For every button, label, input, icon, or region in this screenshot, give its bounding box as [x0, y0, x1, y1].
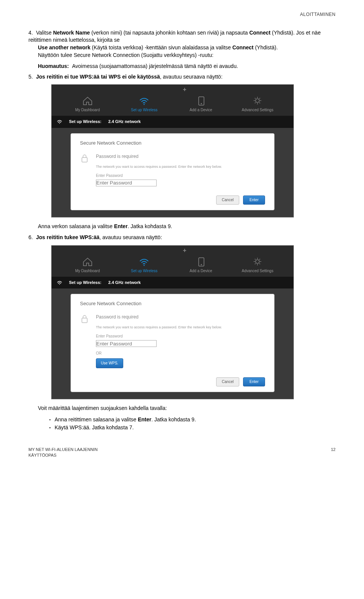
home-icon	[82, 96, 93, 106]
note-box: Huomautus: Avoimessa (suojaamattomassa) …	[28, 63, 336, 70]
svg-point-17	[256, 260, 259, 263]
screenshot-no-wps: + My Dashboard Set up Wireless Add a Dev…	[51, 84, 294, 217]
secure-panel: Secure Network Connection Password is re…	[71, 133, 275, 210]
home-icon	[82, 257, 93, 266]
svg-point-16	[201, 264, 202, 265]
tab-bar: + My Dashboard Set up Wireless Add a Dev…	[52, 246, 293, 277]
svg-rect-27	[82, 318, 87, 323]
svg-line-23	[259, 263, 260, 264]
svg-point-12	[59, 123, 60, 124]
pw-required-label: Password is required	[96, 314, 138, 320]
tab-advanced[interactable]: Advanced Settings	[235, 257, 280, 274]
note-text: Avoimessa (suojaamattomassa) järjestelmä…	[72, 63, 336, 70]
after-step-6-lead: Voit määrittää laajentimen suojauksen ka…	[28, 405, 336, 412]
svg-line-10	[259, 98, 260, 99]
svg-point-3	[256, 99, 259, 102]
tab-advanced[interactable]: Advanced Settings	[235, 96, 280, 113]
note-label: Huomautus:	[38, 63, 72, 70]
password-input[interactable]	[96, 340, 157, 347]
lock-icon	[80, 153, 91, 163]
panel-title: Secure Network Connection	[80, 300, 265, 307]
sub-network: 2.4 GHz network	[108, 280, 141, 285]
tab-dashboard[interactable]: My Dashboard	[65, 257, 110, 274]
device-icon	[196, 257, 206, 266]
step-num-6: 6.	[28, 234, 36, 241]
svg-point-14	[144, 265, 145, 266]
svg-line-25	[255, 263, 256, 264]
panel-zone: Secure Network Connection Password is re…	[52, 288, 293, 399]
page-number: 12	[331, 447, 336, 459]
gear-icon	[252, 257, 263, 266]
svg-point-26	[59, 284, 60, 285]
after-step-5: Anna verkon salasana ja valitse Enter. J…	[28, 223, 336, 230]
cancel-button[interactable]: Cancel	[216, 195, 239, 205]
section-header: ALOITTAMINEN	[28, 11, 336, 18]
device-icon	[196, 96, 206, 106]
gear-icon	[252, 96, 263, 106]
list-item: Käytä WPS:ää. Jatka kohdasta 7.	[49, 424, 336, 432]
enter-button[interactable]: Enter	[243, 377, 265, 386]
svg-line-11	[255, 102, 256, 103]
step-6: 6.Jos reititin tukee WPS:ää, avautuu seu…	[28, 234, 336, 241]
sub-header: Set up Wireless: 2.4 GHz network	[52, 116, 293, 128]
enter-button[interactable]: Enter	[243, 195, 265, 205]
page-footer: MY NET WI-FI-ALUEEN LAAJENNIN KÄYTTÖOPAS…	[28, 447, 336, 459]
svg-line-9	[259, 102, 260, 103]
wifi-small-icon	[57, 281, 62, 285]
pw-placeholder-label: Enter Password	[96, 334, 265, 339]
cancel-button[interactable]: Cancel	[216, 377, 239, 386]
footer-title: MY NET WI-FI-ALUEEN LAAJENNIN	[28, 447, 97, 452]
tab-wireless[interactable]: Set up Wireless	[121, 96, 167, 113]
tab-add-device[interactable]: Add a Device	[178, 257, 224, 274]
pw-desc: The network you want to access requires …	[96, 165, 265, 169]
tab-dashboard[interactable]: My Dashboard	[65, 96, 110, 113]
svg-rect-13	[82, 158, 87, 162]
svg-line-22	[255, 259, 256, 260]
tab-bar: + My Dashboard Set up Wireless Add a Dev…	[52, 85, 293, 116]
sub-label: Set up Wireless:	[69, 280, 101, 285]
after-step-6-list: Anna reitittimen salasana ja valitse Ent…	[28, 416, 336, 432]
svg-point-2	[201, 103, 202, 104]
footer-subtitle: KÄYTTÖOPAS	[28, 452, 97, 458]
panel-title: Secure Network Connection	[80, 140, 265, 147]
tab-add-device[interactable]: Add a Device	[178, 96, 224, 113]
lock-icon	[80, 314, 91, 324]
sub-header: Set up Wireless: 2.4 GHz network	[52, 277, 293, 288]
svg-line-24	[259, 259, 260, 260]
step-num-4: 4.	[28, 29, 36, 37]
pw-placeholder-label: Enter Password	[96, 173, 265, 178]
password-input[interactable]	[96, 180, 157, 186]
step-5: 5.Jos reititin ei tue WPS:ää tai WPS ei …	[28, 73, 336, 81]
panel-zone: Secure Network Connection Password is re…	[52, 128, 293, 217]
sub-network: 2.4 GHz network	[108, 119, 141, 125]
step-4: 4.Valitse Network Name (verkon nimi) (ta…	[28, 29, 336, 59]
svg-point-0	[144, 104, 145, 105]
plus-icon: +	[183, 85, 186, 94]
wifi-small-icon	[57, 120, 62, 124]
step-4-line3: Näyttöön tulee Secure Network Connection…	[28, 52, 336, 59]
plus-icon: +	[183, 246, 186, 255]
pw-required-label: Password is required	[96, 153, 138, 160]
svg-line-8	[255, 98, 256, 99]
screenshot-wps: + My Dashboard Set up Wireless Add a Dev…	[51, 245, 294, 399]
tab-wireless[interactable]: Set up Wireless	[121, 257, 167, 274]
wifi-icon	[138, 257, 150, 266]
secure-panel: Secure Network Connection Password is re…	[71, 294, 275, 392]
pw-desc: The network you want to access requires …	[96, 325, 265, 330]
use-wps-button[interactable]: Use WPS.	[96, 358, 123, 368]
wifi-icon	[138, 96, 150, 106]
step-num-5: 5.	[28, 73, 36, 81]
or-label: OR	[96, 351, 265, 356]
list-item: Anna reitittimen salasana ja valitse Ent…	[49, 416, 336, 424]
sub-label: Set up Wireless:	[69, 119, 101, 125]
